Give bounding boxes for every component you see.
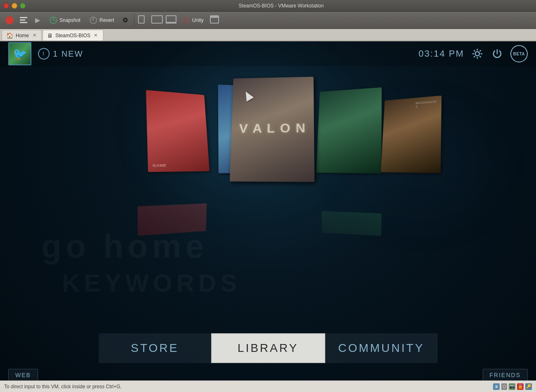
steam-settings-btn[interactable] [471,47,484,60]
snapshot-button[interactable]: Snapshot [45,14,84,26]
game-card-reflect-1 [137,203,206,236]
svg-rect-4 [166,16,176,22]
game-card-4 [316,87,381,173]
full-screen-right-btn[interactable] [165,14,177,26]
minimize-button[interactable] [12,3,17,9]
steam-bottom-left: WEB [8,369,38,381]
tab-steamos[interactable]: 🖥 SteamOS-BIOS ✕ [43,30,103,41]
screen-right-icon [166,15,176,25]
unity-button[interactable]: ⬡ Unity [179,14,207,26]
window-mode-icon [210,15,219,25]
game-card-reflect-2 [321,211,381,236]
svg-point-8 [475,52,479,56]
game-card-1: GAME [146,90,210,172]
window-title: SteamOS-BIOS - VMware Workstation [30,3,533,9]
revert-icon [89,16,98,25]
steam-bottom-right: FRIENDS [483,369,528,381]
status-icon-1: 🖥 [493,383,500,390]
full-screen-left-btn[interactable] [137,14,149,26]
steam-header-right: 03:14 PM [419,45,528,62]
settings-icon: ⚙ [122,16,128,24]
sidebar-icon [20,17,27,23]
steam-power-btn[interactable] [491,47,504,60]
nav-store-btn[interactable]: STORE [99,333,211,363]
steamos-tab-icon: 🖥 [47,32,53,39]
play-icon: ▶ [35,16,40,24]
close-button[interactable] [3,3,9,9]
svg-rect-2 [138,16,144,23]
screen-mid-icon [151,15,163,25]
svg-line-13 [474,50,475,52]
nav-community-label: COMMUNITY [338,342,424,355]
svg-line-14 [480,56,481,57]
home-tab-icon: 🏠 [6,32,13,39]
unity-icon: ⬡ [181,16,191,25]
steam-notification[interactable]: ! 1 NEW [38,48,83,60]
notification-exclamation: ! [43,51,45,57]
tab-steamos-label: SteamOS-BIOS [55,33,91,38]
status-icon-2: ⬡ [501,383,507,390]
revert-button[interactable]: Revert [86,14,117,26]
settings-btn[interactable]: ⚙ [119,14,131,26]
svg-rect-5 [166,22,176,24]
steam-navigation: STORE LIBRARY COMMUNITY [99,333,438,363]
nav-library-label: LIBRARY [238,342,298,355]
bg-watermark-2: KEYWORDS [62,269,241,297]
snapshot-icon [49,16,58,25]
statusbar: To direct input to this VM, click inside… [0,380,536,392]
toolbar: ▶ Snapshot Revert ⚙ [0,12,536,29]
titlebar: SteamOS-BIOS - VMware Workstation [0,0,536,12]
beta-badge: BETA [510,45,528,62]
tabbar: 🏠 Home ✕ 🖥 SteamOS-BIOS ✕ [0,29,536,41]
window-controls [3,3,26,9]
svg-rect-7 [210,16,219,18]
play-btn[interactable]: ▶ [31,14,44,26]
svg-rect-3 [152,16,162,23]
beta-label: BETA [513,52,525,56]
svg-line-16 [474,56,475,57]
game-card-5: BIOSHOCK2 [381,96,441,173]
unity-label: Unity [192,17,203,23]
notification-icon: ! [38,48,50,60]
nav-library-btn[interactable]: LIBRARY [211,333,325,363]
friends-button[interactable]: FRIENDS [483,369,528,381]
svg-line-15 [480,50,481,52]
toolbar-separator-1 [134,14,134,26]
power-icon [5,16,14,24]
status-icon-5: 🔑 [525,383,532,390]
sidebar-toggle-btn[interactable] [17,14,30,26]
steam-avatar[interactable]: 🐦 [8,42,31,65]
game-collage: GAME V A L O N BIOSHOCK2 [82,83,454,240]
screen-left-icon [138,15,148,25]
game-card-center: V A L O N [229,76,314,182]
tab-steamos-close[interactable]: ✕ [93,33,99,38]
gear-icon [472,48,483,59]
tab-home-close[interactable]: ✕ [31,33,37,38]
full-screen-mid-btn[interactable] [151,14,163,26]
nav-community-btn[interactable]: COMMUNITY [325,333,438,363]
status-icon-3: 📷 [509,383,515,390]
power-icon-btn[interactable] [3,14,16,26]
power-icon [492,48,503,59]
status-icon-4: 🔒 [517,383,524,390]
statusbar-right: 🖥 ⬡ 📷 🔒 🔑 [493,383,532,390]
steam-header: 🐦 ! 1 NEW 03:14 PM [0,41,536,66]
revert-label: Revert [100,17,114,23]
window-mode-btn[interactable] [208,14,221,26]
notification-text: 1 NEW [53,49,83,59]
nav-store-label: STORE [131,342,179,355]
vm-viewport[interactable]: go home KEYWORDS GAME V A L O N BIOSHOCK… [0,41,536,388]
tab-home[interactable]: 🏠 Home ✕ [2,30,42,41]
steam-time: 03:14 PM [419,48,464,59]
avatar-image: 🐦 [13,47,27,61]
maximize-button[interactable] [20,3,26,9]
web-button[interactable]: WEB [8,369,38,381]
snapshot-label: Snapshot [60,17,81,23]
statusbar-message: To direct input to this VM, click inside… [4,384,121,390]
tab-home-label: Home [16,33,29,38]
